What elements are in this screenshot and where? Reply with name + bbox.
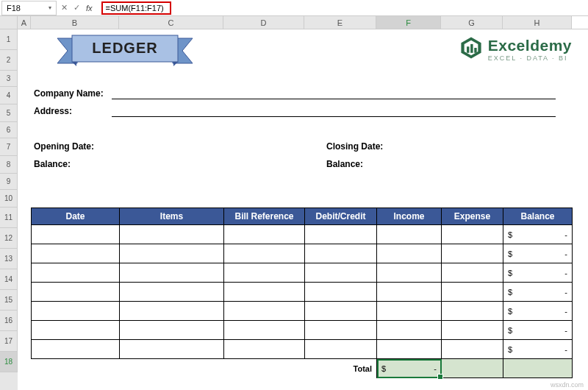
table-cell[interactable] [305,302,377,321]
th-date[interactable]: Date [32,208,120,225]
grid: 1 2 3 4 5 6 7 8 9 10 11 12 13 14 15 16 1… [0,29,588,390]
table-cell[interactable] [120,263,224,283]
table-cell[interactable]: $- [503,244,573,263]
row-header-10[interactable]: 10 [0,190,18,208]
table-cell[interactable]: $- [503,302,573,321]
address-input[interactable] [112,116,556,117]
table-cell[interactable] [377,340,442,359]
table-cell[interactable] [32,321,120,340]
table-cell[interactable] [377,225,442,244]
table-cell[interactable] [120,244,224,263]
table-cell[interactable]: $- [503,340,573,359]
row-header-15[interactable]: 15 [0,290,18,311]
row-header-3[interactable]: 3 [0,71,18,87]
logo-icon [459,35,484,63]
row-header-16[interactable]: 16 [0,311,18,331]
row-header-12[interactable]: 12 [0,228,18,249]
row-header-2[interactable]: 2 [0,50,18,71]
table-cell[interactable] [224,244,305,263]
table-cell[interactable] [224,321,305,340]
table-cell[interactable] [120,225,224,244]
row-header-11[interactable]: 11 [0,208,18,228]
table-cell[interactable] [120,283,224,302]
table-cell[interactable] [442,244,503,263]
table-cell[interactable] [120,321,224,340]
row-header-13[interactable]: 13 [0,249,18,269]
total-balance-cell[interactable] [503,359,573,378]
table-cell[interactable]: $- [503,263,573,283]
col-header-G[interactable]: G [441,16,503,29]
row-header-17[interactable]: 17 [0,331,18,352]
chevron-down-icon[interactable]: ▾ [49,4,51,11]
table-cell[interactable] [442,263,503,283]
row-header-14[interactable]: 14 [0,269,18,290]
table-cell[interactable] [305,244,377,263]
table-cell[interactable] [377,283,442,302]
col-header-B[interactable]: B [31,16,119,29]
col-header-F[interactable]: F [376,16,441,29]
svg-rect-3 [467,46,469,53]
th-expense[interactable]: Expense [442,208,503,225]
col-header-H[interactable]: H [503,16,572,29]
col-header-A[interactable]: A [18,16,31,29]
table-cell[interactable] [305,283,377,302]
table-cell[interactable] [442,340,503,359]
table-cell[interactable] [377,302,442,321]
table-cell[interactable] [120,340,224,359]
table-cell[interactable] [32,283,120,302]
table-cell[interactable] [305,321,377,340]
total-income-cell[interactable]: $- [377,359,442,378]
table-cell[interactable] [224,225,305,244]
company-name-input[interactable] [112,99,556,99]
row-header-4[interactable]: 4 [0,87,18,104]
table-cell[interactable] [442,321,503,340]
table-cell[interactable] [224,263,305,283]
th-debit-credit[interactable]: Debit/Credit [305,208,377,225]
col-header-D[interactable]: D [223,16,304,29]
formula-bar-buttons: ✕ ✓ fx [57,3,101,13]
formula-input[interactable]: =SUM(F11:F17) [101,1,171,15]
row-header-1[interactable]: 1 [0,29,18,50]
name-box[interactable]: F18 ▾ [1,1,57,15]
fx-icon[interactable]: fx [86,4,93,13]
table-cell[interactable] [32,263,120,283]
total-expense-cell[interactable] [442,359,503,378]
th-income[interactable]: Income [377,208,442,225]
table-cell[interactable]: $- [503,283,573,302]
row-header-9[interactable]: 9 [0,174,18,190]
select-all-corner[interactable] [0,16,18,29]
table-cell[interactable] [32,244,120,263]
cancel-icon[interactable]: ✕ [61,3,68,13]
col-header-E[interactable]: E [304,16,376,29]
table-cell[interactable] [224,340,305,359]
table-cell[interactable] [377,244,442,263]
table-cell[interactable] [377,321,442,340]
table-cell[interactable] [32,302,120,321]
table-cell[interactable] [305,225,377,244]
table-cell[interactable] [442,283,503,302]
logo-subtitle: EXCEL · DATA · BI [488,54,572,62]
table-cell[interactable] [305,263,377,283]
table-cell[interactable] [442,225,503,244]
table-cell[interactable] [120,302,224,321]
table-cell[interactable] [305,340,377,359]
table-cell[interactable]: $- [503,225,573,244]
table-cell[interactable] [224,302,305,321]
table-cell[interactable] [224,283,305,302]
row-header-8[interactable]: 8 [0,156,18,174]
table-cell[interactable] [377,263,442,283]
th-balance[interactable]: Balance [503,208,573,225]
worksheet[interactable]: LEDGER Exceldemy EXCEL · DATA · BI Compa… [18,29,588,390]
row-header-5[interactable]: 5 [0,104,18,122]
table-cell[interactable] [442,302,503,321]
row-header-18[interactable]: 18 [0,352,18,372]
col-header-C[interactable]: C [119,16,223,29]
th-items[interactable]: Items [120,208,224,225]
table-cell[interactable] [32,225,120,244]
row-header-6[interactable]: 6 [0,122,18,138]
enter-icon[interactable]: ✓ [74,3,80,13]
table-cell[interactable]: $- [503,321,573,340]
row-header-7[interactable]: 7 [0,138,18,156]
th-bill-ref[interactable]: Bill Reference [224,208,305,225]
table-cell[interactable] [32,340,120,359]
